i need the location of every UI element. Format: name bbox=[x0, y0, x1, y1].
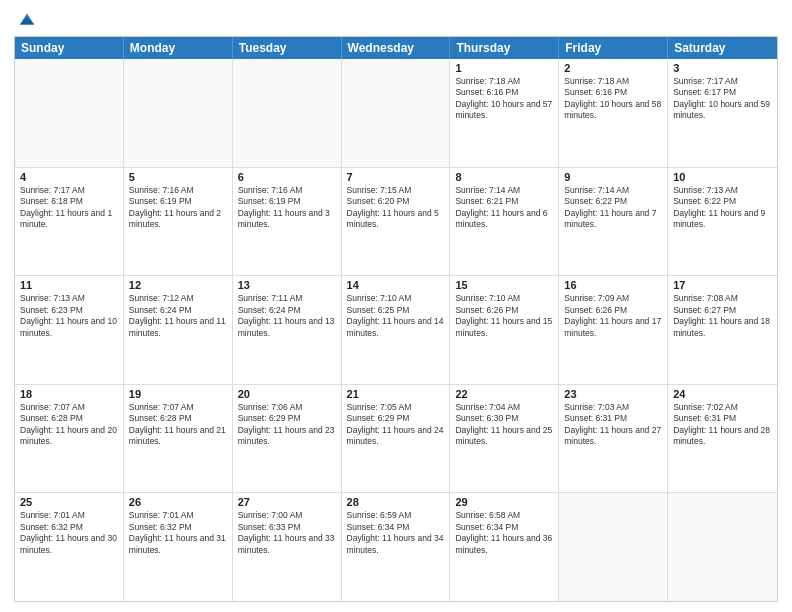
day-info: Sunrise: 7:10 AM Sunset: 6:25 PM Dayligh… bbox=[347, 293, 445, 339]
day-info: Sunrise: 7:00 AM Sunset: 6:33 PM Dayligh… bbox=[238, 510, 336, 556]
day-number: 12 bbox=[129, 279, 227, 291]
day-info: Sunrise: 7:04 AM Sunset: 6:30 PM Dayligh… bbox=[455, 402, 553, 448]
day-cell: 28Sunrise: 6:59 AM Sunset: 6:34 PM Dayli… bbox=[342, 493, 451, 601]
day-cell: 29Sunrise: 6:58 AM Sunset: 6:34 PM Dayli… bbox=[450, 493, 559, 601]
day-cell: 19Sunrise: 7:07 AM Sunset: 6:28 PM Dayli… bbox=[124, 385, 233, 493]
header-cell-friday: Friday bbox=[559, 37, 668, 59]
day-number: 17 bbox=[673, 279, 772, 291]
day-cell: 1Sunrise: 7:18 AM Sunset: 6:16 PM Daylig… bbox=[450, 59, 559, 167]
day-number: 11 bbox=[20, 279, 118, 291]
empty-cell bbox=[233, 59, 342, 167]
day-number: 21 bbox=[347, 388, 445, 400]
day-number: 29 bbox=[455, 496, 553, 508]
day-info: Sunrise: 7:15 AM Sunset: 6:20 PM Dayligh… bbox=[347, 185, 445, 231]
day-cell: 25Sunrise: 7:01 AM Sunset: 6:32 PM Dayli… bbox=[15, 493, 124, 601]
day-info: Sunrise: 7:16 AM Sunset: 6:19 PM Dayligh… bbox=[238, 185, 336, 231]
day-info: Sunrise: 7:03 AM Sunset: 6:31 PM Dayligh… bbox=[564, 402, 662, 448]
day-number: 14 bbox=[347, 279, 445, 291]
day-info: Sunrise: 7:18 AM Sunset: 6:16 PM Dayligh… bbox=[564, 76, 662, 122]
day-cell: 7Sunrise: 7:15 AM Sunset: 6:20 PM Daylig… bbox=[342, 168, 451, 276]
day-number: 18 bbox=[20, 388, 118, 400]
day-cell: 20Sunrise: 7:06 AM Sunset: 6:29 PM Dayli… bbox=[233, 385, 342, 493]
day-info: Sunrise: 7:11 AM Sunset: 6:24 PM Dayligh… bbox=[238, 293, 336, 339]
day-info: Sunrise: 6:58 AM Sunset: 6:34 PM Dayligh… bbox=[455, 510, 553, 556]
header-cell-thursday: Thursday bbox=[450, 37, 559, 59]
day-cell: 17Sunrise: 7:08 AM Sunset: 6:27 PM Dayli… bbox=[668, 276, 777, 384]
day-info: Sunrise: 7:09 AM Sunset: 6:26 PM Dayligh… bbox=[564, 293, 662, 339]
day-info: Sunrise: 6:59 AM Sunset: 6:34 PM Dayligh… bbox=[347, 510, 445, 556]
day-number: 7 bbox=[347, 171, 445, 183]
day-cell: 18Sunrise: 7:07 AM Sunset: 6:28 PM Dayli… bbox=[15, 385, 124, 493]
day-info: Sunrise: 7:07 AM Sunset: 6:28 PM Dayligh… bbox=[129, 402, 227, 448]
empty-cell bbox=[15, 59, 124, 167]
day-cell: 6Sunrise: 7:16 AM Sunset: 6:19 PM Daylig… bbox=[233, 168, 342, 276]
day-cell: 10Sunrise: 7:13 AM Sunset: 6:22 PM Dayli… bbox=[668, 168, 777, 276]
day-number: 22 bbox=[455, 388, 553, 400]
header bbox=[14, 10, 778, 28]
calendar-row: 25Sunrise: 7:01 AM Sunset: 6:32 PM Dayli… bbox=[15, 493, 777, 601]
day-number: 4 bbox=[20, 171, 118, 183]
header-cell-tuesday: Tuesday bbox=[233, 37, 342, 59]
day-info: Sunrise: 7:13 AM Sunset: 6:22 PM Dayligh… bbox=[673, 185, 772, 231]
day-info: Sunrise: 7:18 AM Sunset: 6:16 PM Dayligh… bbox=[455, 76, 553, 122]
day-number: 8 bbox=[455, 171, 553, 183]
calendar-row: 11Sunrise: 7:13 AM Sunset: 6:23 PM Dayli… bbox=[15, 276, 777, 385]
day-info: Sunrise: 7:16 AM Sunset: 6:19 PM Dayligh… bbox=[129, 185, 227, 231]
svg-marker-1 bbox=[20, 17, 34, 24]
empty-cell bbox=[668, 493, 777, 601]
day-cell: 26Sunrise: 7:01 AM Sunset: 6:32 PM Dayli… bbox=[124, 493, 233, 601]
day-cell: 22Sunrise: 7:04 AM Sunset: 6:30 PM Dayli… bbox=[450, 385, 559, 493]
day-cell: 4Sunrise: 7:17 AM Sunset: 6:18 PM Daylig… bbox=[15, 168, 124, 276]
logo-icon bbox=[18, 10, 36, 28]
day-number: 26 bbox=[129, 496, 227, 508]
calendar-header: SundayMondayTuesdayWednesdayThursdayFrid… bbox=[15, 37, 777, 59]
day-info: Sunrise: 7:05 AM Sunset: 6:29 PM Dayligh… bbox=[347, 402, 445, 448]
day-info: Sunrise: 7:12 AM Sunset: 6:24 PM Dayligh… bbox=[129, 293, 227, 339]
day-cell: 21Sunrise: 7:05 AM Sunset: 6:29 PM Dayli… bbox=[342, 385, 451, 493]
day-cell: 14Sunrise: 7:10 AM Sunset: 6:25 PM Dayli… bbox=[342, 276, 451, 384]
day-number: 16 bbox=[564, 279, 662, 291]
day-number: 24 bbox=[673, 388, 772, 400]
day-cell: 11Sunrise: 7:13 AM Sunset: 6:23 PM Dayli… bbox=[15, 276, 124, 384]
header-cell-sunday: Sunday bbox=[15, 37, 124, 59]
calendar-body: 1Sunrise: 7:18 AM Sunset: 6:16 PM Daylig… bbox=[15, 59, 777, 601]
day-info: Sunrise: 7:14 AM Sunset: 6:22 PM Dayligh… bbox=[564, 185, 662, 231]
day-number: 5 bbox=[129, 171, 227, 183]
day-info: Sunrise: 7:13 AM Sunset: 6:23 PM Dayligh… bbox=[20, 293, 118, 339]
day-cell: 27Sunrise: 7:00 AM Sunset: 6:33 PM Dayli… bbox=[233, 493, 342, 601]
logo bbox=[14, 10, 36, 28]
empty-cell bbox=[124, 59, 233, 167]
day-info: Sunrise: 7:01 AM Sunset: 6:32 PM Dayligh… bbox=[20, 510, 118, 556]
day-number: 28 bbox=[347, 496, 445, 508]
day-number: 9 bbox=[564, 171, 662, 183]
day-cell: 23Sunrise: 7:03 AM Sunset: 6:31 PM Dayli… bbox=[559, 385, 668, 493]
day-number: 1 bbox=[455, 62, 553, 74]
header-cell-wednesday: Wednesday bbox=[342, 37, 451, 59]
day-cell: 5Sunrise: 7:16 AM Sunset: 6:19 PM Daylig… bbox=[124, 168, 233, 276]
empty-cell bbox=[342, 59, 451, 167]
day-info: Sunrise: 7:17 AM Sunset: 6:18 PM Dayligh… bbox=[20, 185, 118, 231]
day-info: Sunrise: 7:17 AM Sunset: 6:17 PM Dayligh… bbox=[673, 76, 772, 122]
calendar: SundayMondayTuesdayWednesdayThursdayFrid… bbox=[14, 36, 778, 602]
day-number: 15 bbox=[455, 279, 553, 291]
day-info: Sunrise: 7:14 AM Sunset: 6:21 PM Dayligh… bbox=[455, 185, 553, 231]
day-number: 27 bbox=[238, 496, 336, 508]
day-number: 10 bbox=[673, 171, 772, 183]
day-number: 3 bbox=[673, 62, 772, 74]
day-cell: 12Sunrise: 7:12 AM Sunset: 6:24 PM Dayli… bbox=[124, 276, 233, 384]
day-cell: 15Sunrise: 7:10 AM Sunset: 6:26 PM Dayli… bbox=[450, 276, 559, 384]
day-info: Sunrise: 7:08 AM Sunset: 6:27 PM Dayligh… bbox=[673, 293, 772, 339]
calendar-row: 18Sunrise: 7:07 AM Sunset: 6:28 PM Dayli… bbox=[15, 385, 777, 494]
day-info: Sunrise: 7:10 AM Sunset: 6:26 PM Dayligh… bbox=[455, 293, 553, 339]
day-info: Sunrise: 7:07 AM Sunset: 6:28 PM Dayligh… bbox=[20, 402, 118, 448]
calendar-row: 4Sunrise: 7:17 AM Sunset: 6:18 PM Daylig… bbox=[15, 168, 777, 277]
day-cell: 13Sunrise: 7:11 AM Sunset: 6:24 PM Dayli… bbox=[233, 276, 342, 384]
page: SundayMondayTuesdayWednesdayThursdayFrid… bbox=[0, 0, 792, 612]
header-cell-saturday: Saturday bbox=[668, 37, 777, 59]
day-cell: 9Sunrise: 7:14 AM Sunset: 6:22 PM Daylig… bbox=[559, 168, 668, 276]
day-number: 19 bbox=[129, 388, 227, 400]
calendar-row: 1Sunrise: 7:18 AM Sunset: 6:16 PM Daylig… bbox=[15, 59, 777, 168]
empty-cell bbox=[559, 493, 668, 601]
day-info: Sunrise: 7:06 AM Sunset: 6:29 PM Dayligh… bbox=[238, 402, 336, 448]
day-number: 25 bbox=[20, 496, 118, 508]
